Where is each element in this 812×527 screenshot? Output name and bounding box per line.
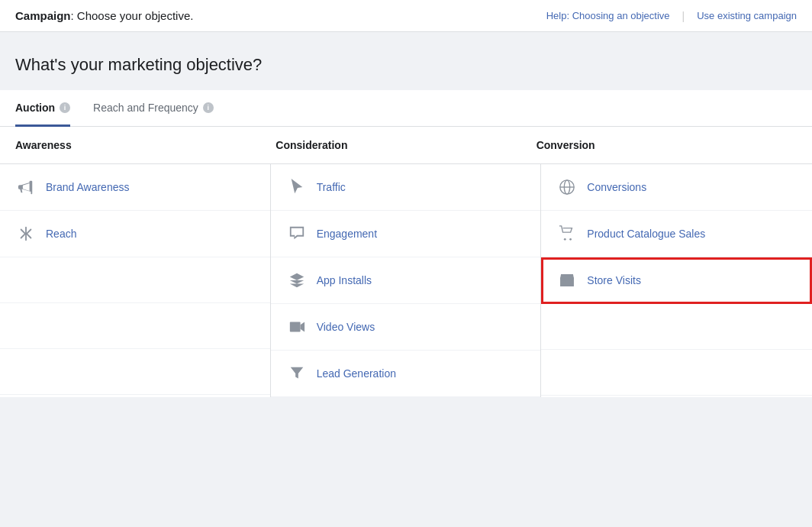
svg-point-6 [570,238,572,241]
tab-auction-label: Auction [15,102,55,114]
col-header-conversion: Conversion [536,139,797,151]
globe-icon [556,176,578,198]
awareness-empty-1 [0,257,270,303]
brand-awareness-label: Brand Awareness [46,181,129,193]
awareness-column: Brand Awareness Reach [0,164,271,397]
video-views-label: Video Views [317,321,375,333]
conversion-empty-1 [541,304,812,350]
store-visits-item[interactable]: Store Visits [541,257,812,304]
video-views-item[interactable]: Video Views [271,304,541,351]
col-header-consideration: Consideration [276,139,536,151]
auction-info-icon: i [60,102,70,113]
awareness-empty-2 [0,303,270,349]
cart-icon [556,223,578,244]
help-link[interactable]: Help: Choosing an objective [546,10,670,21]
product-catalogue-label: Product Catalogue Sales [587,228,705,240]
conversions-label: Conversions [587,181,646,193]
tab-reach-frequency-label: Reach and Frequency [93,102,198,114]
title-bold: Campaign [15,9,71,22]
chat-icon [286,223,308,244]
engagement-label: Engagement [317,228,377,240]
conversion-empty-2 [541,350,812,396]
tabs-bar: Auction i Reach and Frequency i [0,90,812,127]
reach-frequency-info-icon: i [203,102,214,113]
store-icon [556,270,578,291]
columns-header: Awareness Consideration Conversion [0,127,812,164]
lead-generation-label: Lead Generation [317,367,396,380]
tab-auction[interactable]: Auction i [15,91,70,127]
product-catalogue-item[interactable]: Product Catalogue Sales [541,211,812,257]
main-content: Awareness Consideration Conversion Brand… [0,127,812,397]
objectives-grid: Brand Awareness Reach Traffic [0,164,812,397]
megaphone-icon [15,176,37,198]
svg-rect-0 [289,322,300,332]
reach-item[interactable]: Reach [0,211,270,257]
top-bar: Campaign: Choose your objective. Help: C… [0,0,812,32]
tab-reach-frequency[interactable]: Reach and Frequency i [93,91,214,127]
svg-point-5 [564,238,566,241]
traffic-label: Traffic [317,181,346,193]
header-section: What's your marketing objective? [0,32,812,75]
existing-campaign-link[interactable]: Use existing campaign [697,10,797,21]
col-header-awareness: Awareness [15,139,276,151]
page-question: What's your marketing objective? [15,55,797,75]
top-links: Help: Choosing an objective | Use existi… [546,10,797,22]
funnel-icon [286,363,308,384]
app-installs-item[interactable]: App Installs [271,257,541,304]
reach-label: Reach [46,228,76,240]
traffic-item[interactable]: Traffic [271,164,541,211]
cursor-icon [286,176,308,198]
awareness-empty-3 [0,349,270,395]
app-installs-label: App Installs [317,274,372,286]
svg-rect-7 [565,281,570,286]
conversion-column: Conversions Product Catalogue Sales Stor… [541,164,812,397]
lead-generation-item[interactable]: Lead Generation [271,351,541,397]
page-title: Campaign: Choose your objective. [15,9,193,22]
video-icon [286,316,308,338]
brand-awareness-item[interactable]: Brand Awareness [0,164,270,211]
engagement-item[interactable]: Engagement [271,211,541,257]
store-visits-label: Store Visits [587,274,641,286]
title-rest: : Choose your objective. [71,9,194,22]
conversions-item[interactable]: Conversions [541,164,812,211]
svg-marker-1 [300,322,304,332]
consideration-column: Traffic Engagement App Installs Video Vi… [271,164,542,397]
box-icon [286,270,308,291]
asterisk-icon [15,223,37,244]
